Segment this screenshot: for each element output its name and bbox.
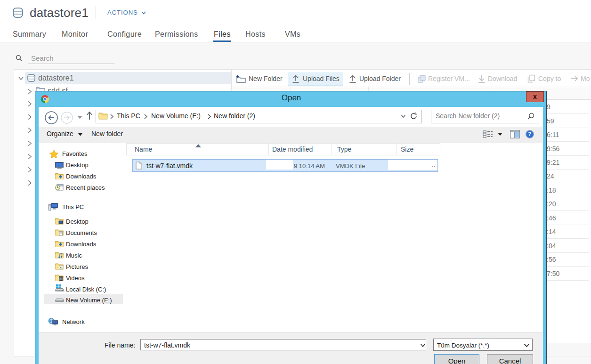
svg-text:?: ? bbox=[528, 131, 531, 138]
